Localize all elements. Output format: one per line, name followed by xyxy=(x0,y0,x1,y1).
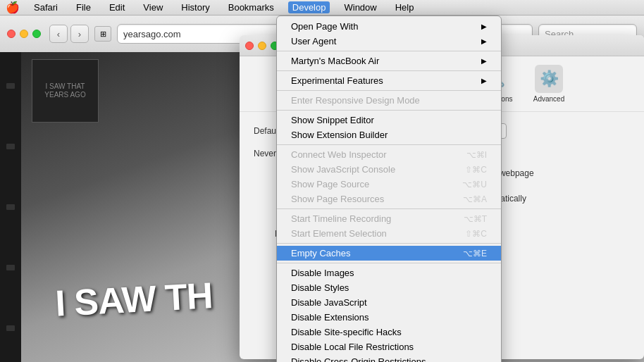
separator-3 xyxy=(277,90,501,91)
menu-item-disable-styles[interactable]: Disable Styles xyxy=(277,280,501,295)
web-page-image: I SAW TH I SAW THATYEARS AGO xyxy=(0,52,268,362)
close-button[interactable] xyxy=(7,30,16,38)
snippet-editor-label: Show Snippet Editor xyxy=(291,115,374,125)
apple-menu[interactable]: 🍎 xyxy=(6,1,20,14)
disable-images-label: Disable Images xyxy=(291,268,354,278)
advanced-icon: ⚙️ xyxy=(535,65,563,93)
menu-item-web-inspector: Connect Web Inspector ⌥⌘I xyxy=(277,147,501,162)
web-inspector-shortcut: ⌥⌘I xyxy=(466,150,487,160)
advanced-label: Advanced xyxy=(533,95,564,103)
menubar-file[interactable]: File xyxy=(72,1,95,13)
menu-item-js-console: Show JavaScript Console ⇧⌘C xyxy=(277,162,501,177)
menubar-develop[interactable]: Develop xyxy=(288,1,330,13)
menu-item-empty-caches[interactable]: Empty Caches ⌥⌘E xyxy=(277,246,501,261)
separator-2 xyxy=(277,70,501,71)
traffic-lights xyxy=(7,30,41,38)
menubar-edit[interactable]: Edit xyxy=(105,1,129,13)
extension-builder-label: Show Extension Builder xyxy=(291,130,388,140)
menu-item-snippet-editor[interactable]: Show Snippet Editor xyxy=(277,113,501,127)
separator-4 xyxy=(277,110,501,111)
experimental-arrow: ▶ xyxy=(481,77,487,85)
menu-item-user-agent[interactable]: User Agent ▶ xyxy=(277,34,501,49)
disable-local-label: Disable Local File Restrictions xyxy=(291,342,414,352)
menubar-window[interactable]: Window xyxy=(340,1,380,13)
timeline-shortcut: ⌥⌘T xyxy=(464,214,487,224)
menu-item-macbook-air[interactable]: Martyn's MacBook Air ▶ xyxy=(277,54,501,68)
menu-item-page-source: Show Page Source ⌥⌘U xyxy=(277,177,501,192)
page-resources-shortcut: ⌥⌘A xyxy=(463,194,487,204)
web-inspector-label: Connect Web Inspector xyxy=(291,149,387,160)
menu-item-disable-images[interactable]: Disable Images xyxy=(277,266,501,280)
menu-item-timeline: Start Timeline Recording ⌥⌘T xyxy=(277,211,501,226)
disable-styles-label: Disable Styles xyxy=(291,282,349,293)
menubar-view[interactable]: View xyxy=(139,1,167,13)
menu-item-element-selection: Start Element Selection ⇧⌘C xyxy=(277,226,501,241)
page-source-label: Show Page Source xyxy=(291,179,369,189)
menu-item-extension-builder[interactable]: Show Extension Builder xyxy=(277,127,501,142)
separator-7 xyxy=(277,243,501,244)
menubar-safari[interactable]: Safari xyxy=(30,1,62,13)
web-page-title: I SAW TH xyxy=(6,273,261,326)
menu-item-responsive-design: Enter Responsive Design Mode xyxy=(277,93,501,108)
page-resources-label: Show Page Resources xyxy=(291,194,384,204)
tab-switcher[interactable]: ⊞ xyxy=(94,26,111,42)
open-page-with-arrow: ▶ xyxy=(481,23,487,30)
web-content: I SAW TH I SAW THATYEARS AGO xyxy=(0,52,268,362)
responsive-design-label: Enter Responsive Design Mode xyxy=(291,95,420,106)
minimize-button[interactable] xyxy=(20,30,28,38)
separator-5 xyxy=(277,144,501,145)
develop-menu: Open Page With ▶ User Agent ▶ Martyn's M… xyxy=(276,15,502,362)
empty-caches-shortcut: ⌥⌘E xyxy=(463,249,487,258)
menubar-bookmarks[interactable]: Bookmarks xyxy=(224,1,278,13)
page-source-shortcut: ⌥⌘U xyxy=(462,180,487,189)
disable-extensions-label: Disable Extensions xyxy=(291,312,369,323)
menubar: 🍎 Safari File Edit View History Bookmark… xyxy=(0,0,644,15)
separator-1 xyxy=(277,51,501,51)
menu-item-page-resources: Show Page Resources ⌥⌘A xyxy=(277,192,501,206)
menu-item-disable-local[interactable]: Disable Local File Restrictions xyxy=(277,339,501,354)
disable-cors-label: Disable Cross-Origin Restrictions xyxy=(291,356,426,362)
forward-button[interactable]: › xyxy=(70,25,89,43)
js-console-shortcut: ⇧⌘C xyxy=(465,165,487,175)
element-selection-label: Start Element Selection xyxy=(291,228,387,239)
user-agent-label: User Agent xyxy=(291,36,336,46)
menu-item-disable-cors[interactable]: Disable Cross-Origin Restrictions xyxy=(277,354,501,362)
prefs-minimize[interactable] xyxy=(258,42,266,50)
menu-item-experimental[interactable]: Experimental Features ▶ xyxy=(277,73,501,88)
menu-item-disable-javascript[interactable]: Disable JavaScript xyxy=(277,295,501,310)
prefs-close[interactable] xyxy=(245,42,254,50)
menu-item-disable-hacks[interactable]: Disable Site-specific Hacks xyxy=(277,325,501,339)
element-selection-shortcut: ⇧⌘C xyxy=(465,229,487,239)
open-page-with-label: Open Page With xyxy=(291,21,358,32)
address-text: yearsago.com xyxy=(123,29,181,39)
nav-buttons: ‹ › xyxy=(49,25,89,43)
menubar-history[interactable]: History xyxy=(177,1,213,13)
user-agent-arrow: ▶ xyxy=(481,37,487,45)
experimental-label: Experimental Features xyxy=(291,75,383,86)
disable-javascript-label: Disable JavaScript xyxy=(291,297,367,308)
maximize-button[interactable] xyxy=(32,30,41,38)
back-button[interactable]: ‹ xyxy=(49,25,68,43)
js-console-label: Show JavaScript Console xyxy=(291,164,395,175)
empty-caches-label: Empty Caches xyxy=(291,248,351,258)
menubar-help[interactable]: Help xyxy=(391,1,419,13)
menu-item-disable-extensions[interactable]: Disable Extensions xyxy=(277,310,501,325)
menu-item-open-page-with[interactable]: Open Page With ▶ xyxy=(277,19,501,34)
separator-8 xyxy=(277,263,501,263)
macbook-air-label: Martyn's MacBook Air xyxy=(291,56,379,66)
disable-hacks-label: Disable Site-specific Hacks xyxy=(291,327,402,337)
separator-6 xyxy=(277,208,501,209)
macbook-air-arrow: ▶ xyxy=(481,57,487,65)
prefs-icon-advanced[interactable]: ⚙️ Advanced xyxy=(529,65,569,103)
timeline-label: Start Timeline Recording xyxy=(291,213,391,224)
